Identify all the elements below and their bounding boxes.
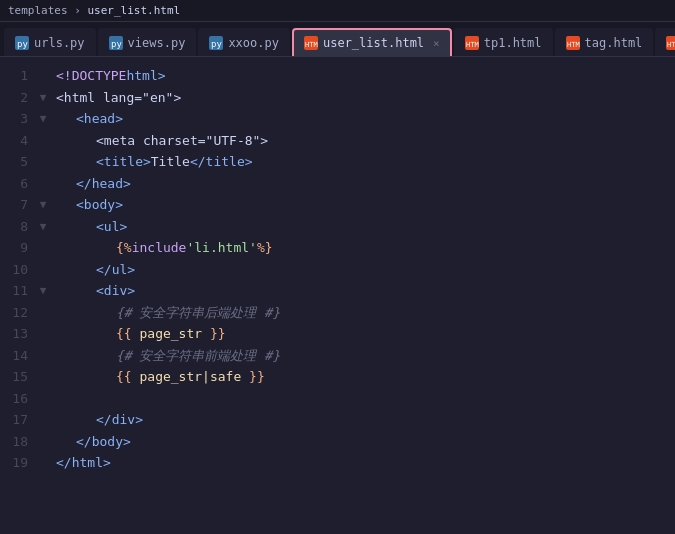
tab-bar: pyurls.pypyviews.pypyxxoo.pyHTMLuser_lis… (0, 22, 675, 57)
fold-marker-16 (36, 388, 52, 410)
fold-marker-5 (36, 151, 52, 173)
tab-label-urls: urls.py (34, 36, 85, 50)
line-number-12: 12 (0, 302, 28, 324)
code-line-11[interactable]: <div > (52, 280, 675, 302)
breadcrumb-current: user_list.html (87, 4, 180, 17)
code-line-14[interactable]: {# 安全字符串前端处理 #} (52, 345, 675, 367)
line-number-5: 5 (0, 151, 28, 173)
tab-tp1[interactable]: HTMLtp1.html (454, 28, 553, 56)
svg-text:HTML: HTML (667, 41, 675, 49)
code-line-5[interactable]: <title>Title</title> (52, 151, 675, 173)
fold-marker-19 (36, 452, 52, 474)
svg-text:HTML: HTML (305, 41, 318, 49)
code-line-9[interactable]: {% include 'li.html' %} (52, 237, 675, 259)
tab-tag[interactable]: HTMLtag.html (555, 28, 654, 56)
fold-marker-14 (36, 345, 52, 367)
fold-marker-4 (36, 130, 52, 152)
line-number-13: 13 (0, 323, 28, 345)
fold-marker-17 (36, 409, 52, 431)
code-line-6[interactable]: </head> (52, 173, 675, 195)
line-number-8: 8 (0, 216, 28, 238)
fold-marker-10 (36, 259, 52, 281)
html-file-icon: HTML (304, 36, 318, 50)
code-line-1[interactable]: <!DOCTYPE html> (52, 65, 675, 87)
tab-urls[interactable]: pyurls.py (4, 28, 96, 56)
editor: 12345678910111213141516171819 ▼▼▼▼▼ <!DO… (0, 57, 675, 534)
line-number-18: 18 (0, 431, 28, 453)
code-line-13[interactable]: {{ page_str }} (52, 323, 675, 345)
py-file-icon: py (109, 36, 123, 50)
code-line-19[interactable]: </html> (52, 452, 675, 474)
code-line-7[interactable]: <body> (52, 194, 675, 216)
py-file-icon: py (15, 36, 29, 50)
fold-marker-6 (36, 173, 52, 195)
tab-label-user_list: user_list.html (323, 36, 424, 50)
tab-close-user_list[interactable]: × (433, 37, 440, 50)
html-file-icon: HTML (465, 36, 479, 50)
fold-marker-18 (36, 431, 52, 453)
fold-marker-15 (36, 366, 52, 388)
code-line-3[interactable]: <head> (52, 108, 675, 130)
line-number-16: 16 (0, 388, 28, 410)
svg-text:HTML: HTML (466, 41, 479, 49)
line-number-6: 6 (0, 173, 28, 195)
tab-label-xxoo: xxoo.py (228, 36, 279, 50)
line-number-2: 2 (0, 87, 28, 109)
html-file-icon: HTML (666, 36, 675, 50)
line-number-15: 15 (0, 366, 28, 388)
py-file-icon: py (209, 36, 223, 50)
fold-marker-1 (36, 65, 52, 87)
line-number-3: 3 (0, 108, 28, 130)
code-line-10[interactable]: </ul> (52, 259, 675, 281)
fold-marker-7[interactable]: ▼ (36, 194, 52, 216)
tab-label-tag: tag.html (585, 36, 643, 50)
fold-marker-13 (36, 323, 52, 345)
line-number-9: 9 (0, 237, 28, 259)
line-numbers: 12345678910111213141516171819 (0, 57, 36, 534)
tab-label-views: views.py (128, 36, 186, 50)
line-number-4: 4 (0, 130, 28, 152)
fold-marker-3[interactable]: ▼ (36, 108, 52, 130)
breadcrumb-separator: › (68, 4, 88, 17)
svg-text:py: py (211, 39, 222, 49)
fold-marker-12 (36, 302, 52, 324)
line-number-14: 14 (0, 345, 28, 367)
fold-marker-8[interactable]: ▼ (36, 216, 52, 238)
code-line-15[interactable]: {{ page_str|safe }} (52, 366, 675, 388)
line-number-7: 7 (0, 194, 28, 216)
code-line-12[interactable]: {# 安全字符串后端处理 #} (52, 302, 675, 324)
line-number-1: 1 (0, 65, 28, 87)
tab-xxoo[interactable]: pyxxoo.py (198, 28, 290, 56)
code-line-8[interactable]: <ul> (52, 216, 675, 238)
fold-marker-2[interactable]: ▼ (36, 87, 52, 109)
breadcrumb-path: templates (8, 4, 68, 17)
line-number-10: 10 (0, 259, 28, 281)
svg-text:py: py (111, 39, 122, 49)
code-line-17[interactable]: </div> (52, 409, 675, 431)
code-line-2[interactable]: <html lang="en"> (52, 87, 675, 109)
line-number-19: 19 (0, 452, 28, 474)
svg-text:HTML: HTML (567, 41, 580, 49)
tab-li[interactable]: HTMLli.html (655, 28, 675, 56)
code-line-18[interactable]: </body> (52, 431, 675, 453)
html-file-icon: HTML (566, 36, 580, 50)
svg-text:py: py (17, 39, 28, 49)
tab-user_list[interactable]: HTMLuser_list.html× (292, 28, 452, 56)
code-line-16[interactable] (52, 388, 675, 410)
code-area[interactable]: <!DOCTYPE html><html lang="en"><head><me… (52, 57, 675, 534)
tab-label-tp1: tp1.html (484, 36, 542, 50)
code-line-4[interactable]: <meta charset="UTF-8"> (52, 130, 675, 152)
fold-column: ▼▼▼▼▼ (36, 57, 52, 534)
fold-marker-9 (36, 237, 52, 259)
breadcrumb: templates › user_list.html (0, 0, 675, 22)
tab-views[interactable]: pyviews.py (98, 28, 197, 56)
line-number-17: 17 (0, 409, 28, 431)
fold-marker-11[interactable]: ▼ (36, 280, 52, 302)
line-number-11: 11 (0, 280, 28, 302)
